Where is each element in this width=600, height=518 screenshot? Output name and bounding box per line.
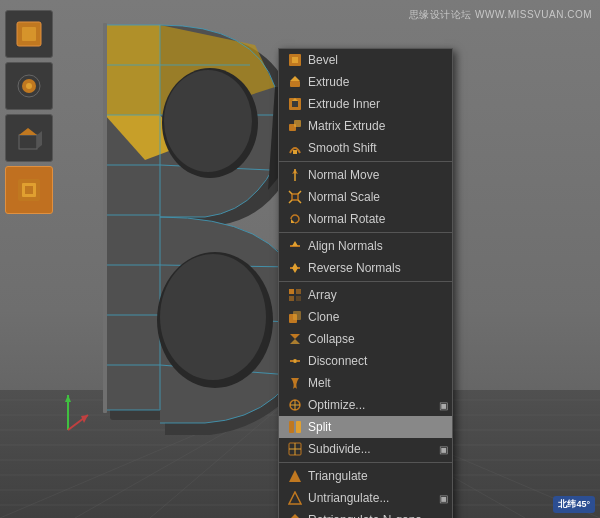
reverse-normals-icon [287,260,303,276]
svg-marker-88 [290,334,300,339]
menu-item-retriangulate[interactable]: Retriangulate N-gons [279,509,452,518]
svg-rect-61 [290,81,300,87]
separator-2 [279,232,452,233]
modifier-tool-btn[interactable] [5,62,53,110]
menu-item-triangulate[interactable]: Triangulate [279,465,452,487]
svg-rect-84 [289,296,294,301]
untriangulate-icon [287,490,303,506]
menu-item-melt[interactable]: Melt [279,372,452,394]
svg-rect-87 [293,311,301,320]
bevel-icon [287,52,303,68]
svg-marker-54 [19,128,37,135]
svg-marker-76 [291,219,295,223]
viewport-3d: 思缘设计论坛 WWW.MISSVUAN.COM Bevel Extrude Ex… [0,0,600,518]
box-tool-btn[interactable] [5,114,53,162]
normal-rotate-icon [287,211,303,227]
svg-marker-62 [290,76,300,81]
menu-item-subdivide[interactable]: Subdivide... ▣ [279,438,452,460]
menu-item-disconnect[interactable]: Disconnect [279,350,452,372]
watermark: 思缘设计论坛 WWW.MISSVUAN.COM [409,8,592,22]
svg-marker-19 [105,25,160,115]
svg-point-42 [160,254,266,380]
svg-point-52 [26,83,32,89]
select-tool-btn[interactable] [5,10,53,58]
collapse-icon [287,331,303,347]
subdivide-icon [287,441,303,457]
svg-rect-68 [293,150,297,154]
svg-rect-97 [296,421,301,433]
extrude-icon [287,74,303,90]
svg-marker-80 [292,263,298,268]
matrix-extrude-icon [287,118,303,134]
svg-marker-78 [292,241,298,246]
melt-icon [287,375,303,391]
svg-rect-53 [19,135,37,149]
disconnect-icon [287,353,303,369]
menu-item-align-normals[interactable]: Align Normals [279,235,452,257]
svg-marker-74 [289,200,292,203]
svg-rect-58 [25,186,33,194]
menu-item-matrix-extrude[interactable]: Matrix Extrude [279,115,452,137]
menu-item-normal-rotate[interactable]: Normal Rotate [279,208,452,230]
menu-item-collapse[interactable]: Collapse [279,328,452,350]
svg-rect-60 [292,57,298,63]
menu-item-normal-move[interactable]: Normal Move [279,164,452,186]
retriangulate-icon [287,512,303,518]
svg-rect-83 [296,289,301,294]
menu-item-reverse-normals[interactable]: Reverse Normals [279,257,452,279]
optimize-shortcut: ▣ [439,400,448,411]
svg-marker-89 [290,339,300,344]
context-menu: Bevel Extrude Extrude Inner Matrix Extru… [278,48,453,518]
svg-marker-102 [289,492,301,504]
menu-item-untriangulate[interactable]: Untriangulate... ▣ [279,487,452,509]
separator-1 [279,161,452,162]
svg-point-40 [164,70,252,172]
menu-item-normal-scale[interactable]: Normal Scale [279,186,452,208]
triangulate-icon [287,468,303,484]
menu-item-array[interactable]: Array [279,284,452,306]
separator-4 [279,462,452,463]
svg-marker-55 [37,131,42,149]
untriangulate-shortcut: ▣ [439,493,448,504]
optimize-icon [287,397,303,413]
svg-marker-72 [289,191,292,194]
menu-item-bevel[interactable]: Bevel [279,49,452,71]
svg-marker-81 [292,268,298,273]
svg-rect-85 [296,296,301,301]
svg-rect-82 [289,289,294,294]
split-icon [287,419,303,435]
array-icon [287,287,303,303]
menu-item-clone[interactable]: Clone [279,306,452,328]
svg-marker-103 [289,514,301,518]
svg-rect-49 [22,27,36,41]
menu-item-extrude[interactable]: Extrude [279,71,452,93]
align-normals-icon [287,238,303,254]
svg-marker-101 [289,470,301,482]
clone-icon [287,309,303,325]
rotate-tool-btn[interactable] [5,166,53,214]
left-toolbar [5,10,60,214]
corner-logo: 北纬45° [553,496,595,513]
normal-scale-icon [287,189,303,205]
svg-marker-73 [298,191,301,194]
extrude-inner-icon [287,96,303,112]
svg-rect-96 [289,421,294,433]
normal-move-icon [287,167,303,183]
smooth-shift-icon [287,140,303,156]
svg-marker-75 [298,200,301,203]
svg-rect-71 [292,194,298,200]
menu-item-optimize[interactable]: Optimize... ▣ [279,394,452,416]
svg-point-92 [293,359,297,363]
svg-rect-64 [292,101,298,107]
menu-item-extrude-inner[interactable]: Extrude Inner [279,93,452,115]
svg-rect-43 [103,23,107,413]
separator-3 [279,281,452,282]
svg-rect-67 [294,120,301,127]
menu-item-split[interactable]: Split [279,416,452,438]
subdivide-shortcut: ▣ [439,444,448,455]
menu-item-smooth-shift[interactable]: Smooth Shift [279,137,452,159]
